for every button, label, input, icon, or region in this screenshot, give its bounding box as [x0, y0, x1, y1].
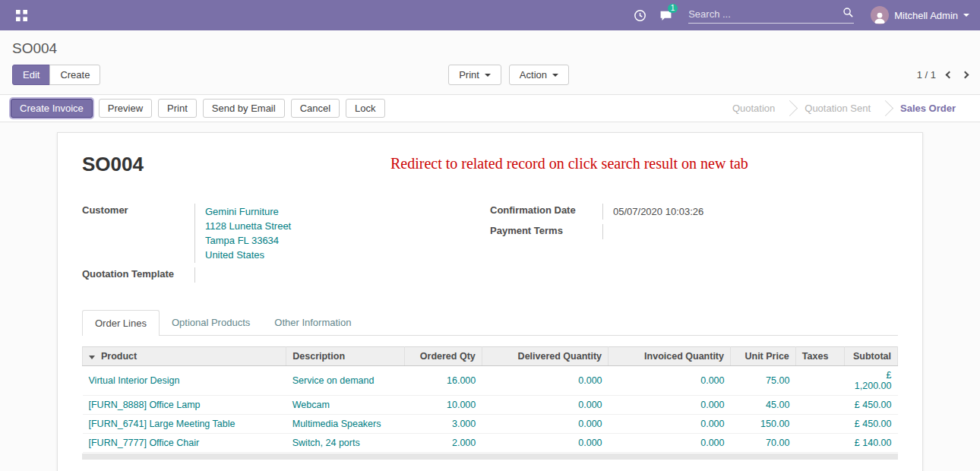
- customer-country: United States: [205, 248, 490, 262]
- right-field-group: Confirmation Date 05/07/2020 10:03:26 Pa…: [490, 204, 898, 283]
- tab-other-information[interactable]: Other Information: [262, 310, 363, 335]
- payment-terms-value[interactable]: [602, 224, 898, 239]
- pager-previous-icon[interactable]: [946, 71, 953, 79]
- user-avatar: [871, 6, 889, 24]
- col-header-product[interactable]: Product: [83, 347, 286, 366]
- quotation-template-label: Quotation Template: [82, 267, 194, 283]
- cell-unit-price[interactable]: 45.00: [731, 396, 796, 415]
- print-dropdown[interactable]: Print: [448, 65, 501, 85]
- cell-product[interactable]: Virtual Interior Design: [83, 366, 286, 396]
- cell-subtotal[interactable]: £ 140.00: [845, 434, 898, 453]
- customer-name[interactable]: Gemini Furniture: [205, 204, 490, 219]
- cell-product[interactable]: [FURN_8888] Office Lamp: [83, 396, 286, 415]
- cell-delivered-qty[interactable]: 0.000: [482, 434, 608, 453]
- cell-ordered-qty[interactable]: 10.000: [404, 396, 482, 415]
- customer-label: Customer: [82, 204, 194, 263]
- pager-next-icon[interactable]: [962, 71, 969, 79]
- edit-button[interactable]: Edit: [12, 65, 50, 85]
- cell-product[interactable]: [FURN_7777] Office Chair: [83, 434, 286, 453]
- cell-ordered-qty[interactable]: 16.000: [404, 366, 482, 396]
- optional-columns-caret-icon[interactable]: [89, 356, 95, 359]
- cell-taxes[interactable]: [795, 415, 844, 434]
- col-header-subtotal[interactable]: Subtotal: [845, 347, 898, 366]
- confirmation-date-value: 05/07/2020 10:03:26: [602, 204, 898, 220]
- cell-unit-price[interactable]: 75.00: [731, 366, 796, 396]
- create-invoice-button[interactable]: Create Invoice: [11, 99, 93, 118]
- tab-optional-products[interactable]: Optional Products: [160, 310, 262, 335]
- state-quotation[interactable]: Quotation: [720, 103, 787, 114]
- user-name: Mitchell Admin: [894, 10, 958, 21]
- state-quotation-sent[interactable]: Quotation Sent: [792, 103, 883, 114]
- cancel-button[interactable]: Cancel: [291, 99, 340, 118]
- action-dropdown[interactable]: Action: [509, 65, 569, 85]
- cell-ordered-qty[interactable]: 2.000: [404, 434, 482, 453]
- cell-description[interactable]: Webcam: [286, 396, 405, 415]
- cell-delivered-qty[interactable]: 0.000: [482, 415, 608, 434]
- cell-invoiced-qty[interactable]: 0.000: [609, 415, 731, 434]
- quotation-template-value[interactable]: [194, 267, 490, 283]
- action-caret-icon: [552, 74, 558, 77]
- customer-value[interactable]: Gemini Furniture 1128 Lunetta Street Tam…: [194, 204, 490, 263]
- payment-terms-label: Payment Terms: [490, 224, 602, 239]
- order-lines-table: Product Description Ordered Qty Delivere…: [82, 346, 898, 453]
- col-header-invoiced-qty[interactable]: Invoiced Quantity: [609, 347, 731, 366]
- cell-subtotal[interactable]: £ 1,200.00: [845, 366, 898, 396]
- order-line-row[interactable]: [FURN_7777] Office Chair Switch, 24 port…: [83, 434, 898, 453]
- cell-invoiced-qty[interactable]: 0.000: [609, 396, 731, 415]
- cell-taxes[interactable]: [795, 396, 844, 415]
- cell-invoiced-qty[interactable]: 0.000: [609, 366, 731, 396]
- print-dropdown-label: Print: [459, 69, 479, 81]
- status-bar: Create Invoice Preview Print Send by Ema…: [0, 94, 980, 122]
- order-line-row[interactable]: [FURN_6741] Large Meeting Table Multimed…: [83, 415, 898, 434]
- create-button[interactable]: Create: [49, 65, 100, 85]
- col-header-unit-price[interactable]: Unit Price: [731, 347, 796, 366]
- user-menu[interactable]: Mitchell Admin: [871, 6, 969, 24]
- form-view-background: SO004 Redirect to related record on clic…: [0, 122, 980, 471]
- messages-count-badge: 1: [668, 4, 678, 13]
- left-field-group: Customer Gemini Furniture 1128 Lunetta S…: [82, 204, 490, 283]
- print-button[interactable]: Print: [158, 99, 197, 118]
- control-bar: Edit Create Print Action 1 / 1: [0, 60, 980, 94]
- notebook-tabs: Order Lines Optional Products Other Info…: [82, 310, 898, 336]
- order-line-row[interactable]: [FURN_8888] Office Lamp Webcam 10.000 0.…: [83, 396, 898, 415]
- cell-subtotal[interactable]: £ 450.00: [845, 415, 898, 434]
- customer-street: 1128 Lunetta Street: [205, 219, 490, 233]
- cell-delivered-qty[interactable]: 0.000: [482, 366, 608, 396]
- col-header-ordered-qty[interactable]: Ordered Qty: [404, 347, 482, 366]
- send-by-email-button[interactable]: Send by Email: [203, 99, 285, 118]
- search-input[interactable]: [688, 8, 842, 20]
- search-icon[interactable]: [842, 7, 854, 21]
- cell-unit-price[interactable]: 150.00: [731, 415, 796, 434]
- cell-subtotal[interactable]: £ 450.00: [845, 396, 898, 415]
- cell-taxes[interactable]: [795, 366, 844, 396]
- field-groups: Customer Gemini Furniture 1128 Lunetta S…: [82, 204, 898, 283]
- sales-order-sheet: SO004 Redirect to related record on clic…: [57, 132, 923, 471]
- cell-ordered-qty[interactable]: 3.000: [404, 415, 482, 434]
- table-scrollbar[interactable]: [82, 454, 898, 460]
- activities-clock-icon[interactable]: [629, 0, 650, 30]
- cell-delivered-qty[interactable]: 0.000: [482, 396, 608, 415]
- cell-description[interactable]: Switch, 24 ports: [286, 434, 405, 453]
- messages-icon[interactable]: 1: [655, 0, 676, 30]
- lock-button[interactable]: Lock: [346, 99, 384, 118]
- order-title: SO004: [82, 153, 144, 176]
- customer-city: Tampa FL 33634: [205, 233, 490, 248]
- edit-create-group: Edit Create: [12, 65, 100, 85]
- apps-menu-icon[interactable]: [11, 0, 32, 30]
- table-header-row: Product Description Ordered Qty Delivere…: [83, 347, 898, 366]
- breadcrumb-record-title: SO004: [12, 40, 57, 56]
- order-line-row[interactable]: Virtual Interior Design Service on deman…: [83, 366, 898, 396]
- cell-unit-price[interactable]: 70.00: [731, 434, 796, 453]
- cell-taxes[interactable]: [795, 434, 844, 453]
- col-header-delivered-qty[interactable]: Delivered Quantity: [482, 347, 608, 366]
- cell-description[interactable]: Multimedia Speakers: [286, 415, 405, 434]
- cell-invoiced-qty[interactable]: 0.000: [609, 434, 731, 453]
- tab-order-lines[interactable]: Order Lines: [82, 310, 160, 336]
- red-annotation-text: Redirect to related record on click sear…: [390, 153, 748, 172]
- cell-product[interactable]: [FURN_6741] Large Meeting Table: [83, 415, 286, 434]
- preview-button[interactable]: Preview: [99, 99, 152, 118]
- col-header-description[interactable]: Description: [286, 347, 405, 366]
- cell-description[interactable]: Service on demand: [286, 366, 405, 396]
- state-sales-order[interactable]: Sales Order: [888, 103, 968, 114]
- col-header-taxes[interactable]: Taxes: [795, 347, 844, 366]
